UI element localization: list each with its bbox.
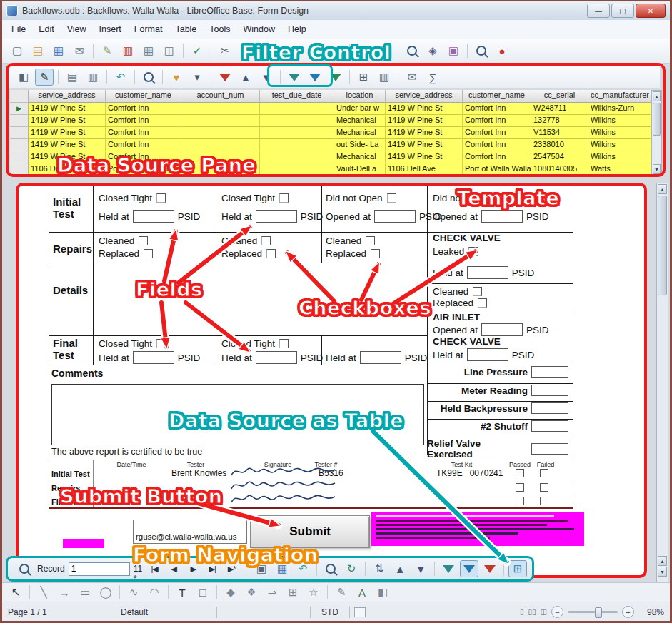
- table-cell[interactable]: Mechanical: [334, 127, 386, 139]
- scroll-down-button[interactable]: ▼: [658, 567, 667, 577]
- apply-filter-icon[interactable]: [460, 560, 478, 577]
- row-header[interactable]: [10, 139, 29, 151]
- checkbox[interactable]: [494, 193, 503, 203]
- table-cell[interactable]: [260, 151, 334, 163]
- table-cell[interactable]: 1419 W Pine St: [29, 103, 106, 115]
- autofilter-icon[interactable]: [285, 69, 304, 86]
- checkbox[interactable]: [468, 247, 478, 256]
- row-header[interactable]: ▶: [10, 103, 29, 115]
- record-search-icon[interactable]: [15, 560, 34, 577]
- selection-mode-icon[interactable]: [354, 607, 366, 617]
- table-cell[interactable]: 1419 W Pine St: [386, 103, 463, 115]
- undo-record-icon[interactable]: ↶: [294, 560, 312, 577]
- arrow-line-icon[interactable]: →: [55, 584, 74, 601]
- passed-checkbox[interactable]: [516, 483, 524, 492]
- email-field[interactable]: rguse@ci.walla-walla.wa.us: [133, 520, 247, 544]
- table-cell[interactable]: Comfort Inn: [106, 127, 181, 139]
- minimize-button[interactable]: —: [587, 4, 610, 18]
- single-page-view-icon[interactable]: ▯: [520, 608, 524, 616]
- zoom-slider[interactable]: [568, 611, 618, 613]
- table-cell[interactable]: W248711: [531, 103, 588, 115]
- undo-icon[interactable]: ↶: [111, 69, 130, 86]
- sum-icon[interactable]: ∑: [423, 69, 442, 86]
- record-input[interactable]: [69, 562, 130, 576]
- failed-checkbox[interactable]: [540, 483, 548, 492]
- failed-checkbox[interactable]: [540, 497, 548, 505]
- table-cell[interactable]: [260, 103, 334, 115]
- copy-icon[interactable]: ◫: [236, 42, 255, 59]
- text-field[interactable]: [531, 385, 568, 396]
- scrollbar-thumb[interactable]: [658, 196, 667, 295]
- table-cell[interactable]: Port of Walla Walla: [106, 163, 181, 176]
- text-field[interactable]: [467, 266, 508, 279]
- print-icon[interactable]: ▦: [139, 42, 158, 59]
- table-cell[interactable]: Wilkins: [588, 115, 651, 127]
- envelope-icon[interactable]: ✉: [403, 69, 421, 86]
- table-cell[interactable]: V11534: [531, 127, 588, 139]
- close-button[interactable]: ✕: [636, 4, 666, 18]
- checkbox[interactable]: [139, 236, 148, 245]
- text-field[interactable]: [531, 443, 568, 455]
- table-cell[interactable]: 1106 Dell Ave: [386, 163, 463, 176]
- text-field[interactable]: [531, 366, 568, 378]
- format-paintbrush-icon[interactable]: ✎: [278, 42, 296, 59]
- points-icon[interactable]: ✎: [332, 584, 351, 601]
- scroll-up-button[interactable]: ▲: [658, 556, 667, 566]
- text-field[interactable]: [256, 210, 297, 223]
- column-header-customer_name[interactable]: customer_name: [463, 90, 531, 103]
- scroll-up-button[interactable]: ▲: [658, 184, 667, 194]
- email-icon[interactable]: ✉: [70, 42, 89, 59]
- column-header-location[interactable]: location: [334, 90, 386, 103]
- spellcheck-icon[interactable]: ✓: [188, 42, 206, 59]
- remove-filter-icon[interactable]: [216, 69, 234, 86]
- row-header[interactable]: [10, 115, 29, 127]
- table-cell[interactable]: [181, 127, 260, 139]
- new-record-button[interactable]: ▶*: [223, 560, 240, 577]
- help-icon[interactable]: ●: [493, 42, 511, 59]
- table-cell[interactable]: Comfort Inn: [463, 139, 531, 151]
- table-cell[interactable]: 1419 W Pine St: [386, 151, 463, 163]
- table-cell[interactable]: Mechanical: [334, 115, 386, 127]
- menu-insert[interactable]: Insert: [93, 21, 128, 37]
- table-cell[interactable]: Mechanical: [334, 151, 386, 163]
- table-cell[interactable]: Comfort Inn: [463, 115, 531, 127]
- table-cell[interactable]: [260, 115, 334, 127]
- insert-mode[interactable]: STD: [315, 607, 345, 617]
- save-record-icon[interactable]: ▦: [273, 560, 291, 577]
- fontwork-icon[interactable]: A: [353, 584, 371, 601]
- gallery-dropdown-icon[interactable]: ▾: [188, 69, 206, 86]
- table-cell[interactable]: Port of Walla Walla: [463, 163, 531, 176]
- table-cell[interactable]: [181, 139, 260, 151]
- previous-record-button[interactable]: ◀: [165, 560, 182, 577]
- column-header-cc_serial[interactable]: cc_serial: [531, 90, 588, 103]
- checkbox[interactable]: [366, 236, 375, 245]
- table-cell[interactable]: [260, 163, 334, 176]
- undo-icon[interactable]: ↶: [306, 42, 324, 59]
- table-cell[interactable]: Comfort Inn: [463, 127, 531, 139]
- table-cell[interactable]: [260, 127, 334, 139]
- gallery-icon[interactable]: ▣: [444, 42, 463, 59]
- table-cell[interactable]: 1419 W Pine St: [29, 151, 106, 163]
- draw-functions-icon[interactable]: ✎: [375, 42, 393, 59]
- table-cell[interactable]: 1419 W Pine St: [386, 139, 463, 151]
- open-icon[interactable]: ▤: [29, 42, 47, 59]
- flowchart-icon[interactable]: ⊞: [284, 584, 302, 601]
- row-header[interactable]: [10, 151, 29, 163]
- table-cell[interactable]: Comfort Inn: [106, 115, 181, 127]
- page-style[interactable]: Default: [121, 607, 212, 617]
- table-cell[interactable]: Wilkins: [588, 127, 651, 139]
- zoom-icon[interactable]: [472, 42, 491, 59]
- table-cell[interactable]: [181, 103, 260, 115]
- table-cell[interactable]: Comfort Inn: [463, 103, 531, 115]
- sort-ascending-icon[interactable]: ▲: [236, 69, 255, 86]
- sort-descending-icon[interactable]: ▼: [411, 560, 430, 577]
- table-cell[interactable]: 2338010: [531, 139, 588, 151]
- table-icon[interactable]: ⊞: [354, 42, 373, 59]
- menu-window[interactable]: Window: [237, 21, 281, 37]
- checkbox[interactable]: [279, 339, 289, 348]
- table-cell[interactable]: 1419 W Pine St: [386, 115, 463, 127]
- text-field[interactable]: [481, 210, 523, 223]
- scroll-down-button[interactable]: ▼: [653, 164, 661, 174]
- checkbox[interactable]: [473, 287, 482, 296]
- text-field[interactable]: [133, 351, 174, 364]
